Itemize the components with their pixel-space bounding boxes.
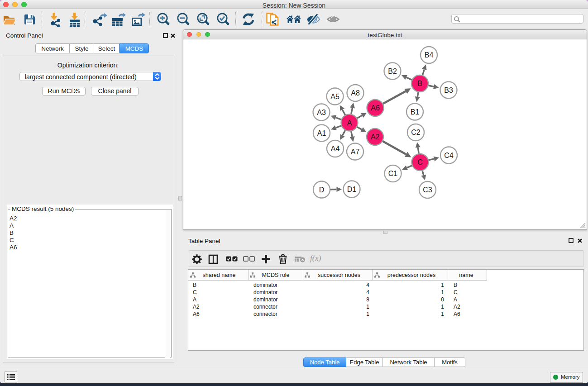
svg-text:B4: B4: [425, 51, 434, 59]
svg-text:A1: A1: [317, 129, 326, 137]
svg-text:A5: A5: [330, 93, 339, 100]
svg-text:C3: C3: [423, 186, 432, 194]
svg-text:C1: C1: [388, 170, 398, 177]
svg-text:A4: A4: [331, 145, 340, 152]
svg-text:A: A: [347, 119, 352, 127]
svg-text:A3: A3: [317, 109, 326, 116]
svg-text:D: D: [319, 186, 325, 194]
svg-text:D1: D1: [347, 186, 357, 193]
svg-text:A8: A8: [351, 89, 360, 97]
svg-text:C2: C2: [411, 129, 421, 136]
svg-text:B1: B1: [411, 108, 420, 116]
svg-text:B2: B2: [388, 67, 397, 75]
svg-text:C: C: [417, 158, 423, 166]
svg-text:B: B: [417, 80, 422, 87]
svg-text:A7: A7: [351, 148, 360, 156]
svg-text:A6: A6: [371, 104, 380, 112]
svg-text:C4: C4: [444, 152, 454, 159]
svg-text:A2: A2: [371, 133, 380, 141]
svg-text:B3: B3: [444, 86, 453, 94]
